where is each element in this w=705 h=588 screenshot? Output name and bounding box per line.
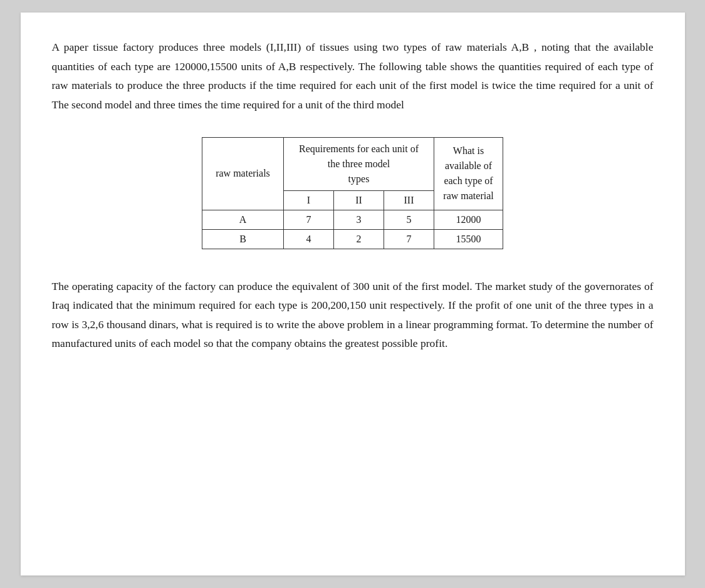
col-header-II: II — [334, 190, 384, 210]
intro-paragraph: A paper tissue factory produces three mo… — [52, 38, 654, 115]
conclusion-paragraph: The operating capacity of the factory ca… — [52, 277, 654, 354]
table-header-row-1: raw materials Requirements for each unit… — [202, 137, 503, 190]
col-header-I: I — [284, 190, 334, 210]
requirements-table: raw materials Requirements for each unit… — [202, 137, 503, 249]
table-row-B-data: B 4 2 7 15500 — [202, 229, 503, 249]
row-A-I: 7 — [284, 210, 334, 229]
requirements-header: Requirements for each unit of the three … — [284, 137, 434, 190]
col-header-III: III — [384, 190, 434, 210]
page-container: A paper tissue factory produces three mo… — [21, 13, 685, 575]
row-B-label: B — [202, 229, 284, 249]
row-B-available: 15500 — [434, 229, 503, 249]
row-B-II: 2 — [334, 229, 384, 249]
row-A-available: 12000 — [434, 210, 503, 229]
table-row-A-data: A 7 3 5 12000 — [202, 210, 503, 229]
raw-materials-label: raw materials — [202, 137, 284, 210]
row-A-II: 3 — [334, 210, 384, 229]
row-B-I: 4 — [284, 229, 334, 249]
row-A-label: A — [202, 210, 284, 229]
row-A-III: 5 — [384, 210, 434, 229]
row-B-III: 7 — [384, 229, 434, 249]
available-header: What isavailable ofeach type ofraw mater… — [434, 137, 503, 210]
table-section: raw materials Requirements for each unit… — [52, 137, 654, 249]
